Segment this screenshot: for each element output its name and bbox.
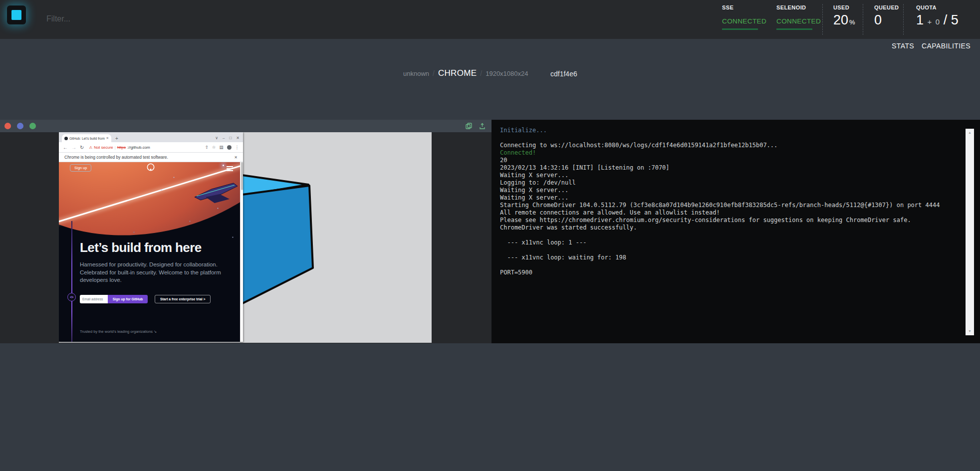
session-separator: / bbox=[480, 69, 482, 77]
quota-slash: / bbox=[944, 12, 948, 27]
stat-quota-value: 1 + 0 / 5 bbox=[916, 12, 969, 28]
enterprise-trial-button[interactable]: Start a free enterprise trial > bbox=[155, 295, 211, 303]
logo-square-icon bbox=[11, 10, 21, 20]
minimize-icon[interactable]: – bbox=[223, 136, 225, 140]
browser-scrollbar[interactable] bbox=[240, 162, 243, 342]
reload-icon[interactable]: ↻ bbox=[80, 145, 84, 150]
purple-line-decoration bbox=[71, 221, 72, 342]
github-favicon-icon bbox=[64, 137, 68, 140]
stat-used-label: USED bbox=[833, 4, 863, 10]
hamburger-menu-icon[interactable] bbox=[227, 166, 233, 171]
maximize-icon[interactable]: □ bbox=[229, 136, 232, 140]
log-line: --- x11vnc loop: 1 --- bbox=[500, 239, 960, 246]
log-scrollbar[interactable]: ▲ ▼ bbox=[966, 129, 974, 335]
session-os: unknown bbox=[403, 70, 429, 77]
upload-icon[interactable] bbox=[479, 123, 486, 129]
app-header: SSE CONNECTED SELENOID CONNECTED USED 20… bbox=[0, 0, 980, 39]
menu-kebab-icon[interactable]: ⋮ bbox=[235, 145, 240, 150]
log-line: --- x11vnc loop: waiting for: 198 bbox=[500, 254, 960, 261]
session-row[interactable]: unknown / CHROME / 1920x1080x24 bbox=[403, 68, 528, 78]
log-line: Initialize... bbox=[500, 127, 960, 134]
traffic-light-red[interactable] bbox=[4, 123, 11, 129]
stat-queued-label: QUEUED bbox=[874, 4, 903, 10]
hero-heading: Let’s build from here bbox=[80, 240, 202, 255]
log-line: PORT=5900 bbox=[500, 269, 960, 276]
code-bracket-icon: <> bbox=[67, 293, 76, 301]
stars-decoration bbox=[59, 162, 59, 163]
header-stats: SSE CONNECTED SELENOID CONNECTED USED 20… bbox=[722, 0, 969, 39]
trusted-text: Trusted by the world’s leading organizat… bbox=[80, 329, 157, 334]
spaceship-graphic bbox=[193, 182, 239, 205]
remote-browser-window: GitHub: Let's build from he... ✕ + ∨ – □… bbox=[59, 132, 243, 342]
quota-used: 1 bbox=[916, 12, 924, 27]
stat-quota-label: QUOTA bbox=[916, 4, 969, 10]
tagline-line: Harnessed for productivity. Designed for… bbox=[80, 261, 221, 269]
profile-avatar[interactable] bbox=[227, 145, 232, 150]
tab-close-icon[interactable]: ✕ bbox=[106, 136, 109, 140]
infobar-close-icon[interactable]: ✕ bbox=[234, 155, 238, 160]
close-icon[interactable]: ✕ bbox=[236, 136, 240, 140]
tab-search-icon[interactable]: ∨ bbox=[215, 136, 218, 140]
scroll-up-icon[interactable]: ▲ bbox=[966, 129, 974, 136]
copy-icon[interactable] bbox=[466, 123, 472, 129]
hero-tagline: Harnessed for productivity. Designed for… bbox=[80, 261, 221, 284]
hero-signup-button[interactable]: Sign up bbox=[70, 164, 91, 172]
stat-selenoid-label: SELENOID bbox=[776, 4, 822, 10]
traffic-light-blue[interactable] bbox=[17, 123, 23, 129]
automation-infobar: Chrome is being controlled by automated … bbox=[59, 153, 243, 162]
quota-plus: + bbox=[928, 17, 932, 26]
log-line: 2023/02/13 14:32:16 [INIT] [Listening on… bbox=[500, 164, 960, 172]
bookmark-star-icon[interactable]: ☆ bbox=[212, 145, 216, 150]
vnc-screen[interactable]: GitHub: Let's build from he... ✕ + ∨ – □… bbox=[59, 132, 432, 343]
stat-selenoid-underline bbox=[776, 28, 812, 30]
vnc-panel: GitHub: Let's build from he... ✕ + ∨ – □… bbox=[0, 120, 491, 343]
log-line: ChromeDriver was started successfully. bbox=[500, 224, 960, 232]
url-field[interactable]: ⚠ Not secure | https ://github.com bbox=[89, 145, 201, 150]
star-glow-icon bbox=[223, 165, 224, 166]
tab-capabilities[interactable]: CAPABILITIES bbox=[922, 42, 971, 50]
browser-tab[interactable]: GitHub: Let's build from he... ✕ bbox=[62, 134, 111, 142]
log-line: Connected! bbox=[500, 149, 960, 157]
log-line: Waiting X server... bbox=[500, 194, 960, 202]
tagline-line: Celebrated for built-in security. Welcom… bbox=[80, 269, 221, 277]
quota-pending: 0 bbox=[936, 17, 940, 26]
stat-sse-value: CONNECTED bbox=[722, 17, 776, 25]
scrollbar-thumb[interactable] bbox=[241, 162, 243, 190]
used-unit: % bbox=[849, 18, 855, 26]
log-line bbox=[500, 261, 960, 269]
log-line: Waiting X server... bbox=[500, 187, 960, 194]
share-icon[interactable]: ⇧ bbox=[205, 145, 209, 150]
scroll-down-icon[interactable]: ▼ bbox=[966, 328, 974, 335]
hero-signup-form: Sign up for GitHub Start a free enterpri… bbox=[80, 295, 211, 303]
sidebar-icon[interactable]: ▤ bbox=[219, 145, 223, 150]
log-line bbox=[500, 246, 960, 254]
browser-address-bar: ← → ↻ ⚠ Not secure | https ://github.com… bbox=[59, 142, 243, 153]
log-line bbox=[500, 134, 960, 142]
session-separator: / bbox=[433, 69, 435, 77]
browser-tab-strip: GitHub: Let's build from he... ✕ + ∨ – □… bbox=[59, 132, 243, 142]
new-tab-button[interactable]: + bbox=[115, 136, 118, 141]
session-browser: CHROME bbox=[438, 68, 477, 78]
url-scheme: https bbox=[117, 145, 126, 150]
quota-total: 5 bbox=[951, 12, 959, 27]
email-field[interactable] bbox=[80, 295, 108, 303]
log-line: Connecting to ws://localhost:8080/ws/log… bbox=[500, 142, 960, 149]
log-line: Please see https://chromedriver.chromium… bbox=[500, 217, 960, 224]
traffic-light-green[interactable] bbox=[29, 123, 36, 129]
forward-icon[interactable]: → bbox=[71, 145, 76, 150]
view-tabs: STATS CAPABILITIES bbox=[892, 42, 971, 50]
log-panel: Initialize... Connecting to ws://localho… bbox=[491, 120, 980, 343]
session-id[interactable]: cdf1f4e6 bbox=[550, 70, 577, 78]
stat-queued-value: 0 bbox=[874, 12, 903, 28]
log-lines: Initialize... Connecting to ws://localho… bbox=[500, 127, 960, 339]
tab-stats[interactable]: STATS bbox=[892, 42, 914, 50]
vnc-toolbar bbox=[0, 120, 491, 132]
back-icon[interactable]: ← bbox=[63, 145, 68, 150]
stat-sse: SSE CONNECTED bbox=[722, 0, 776, 39]
stat-queued: QUEUED 0 bbox=[863, 0, 903, 39]
filter-input[interactable] bbox=[46, 9, 256, 29]
signup-github-button[interactable]: Sign up for GitHub bbox=[108, 295, 148, 303]
tagline-line: developers love. bbox=[80, 276, 221, 284]
url-separator: | bbox=[115, 146, 116, 149]
warning-icon: ⚠ bbox=[89, 145, 92, 150]
